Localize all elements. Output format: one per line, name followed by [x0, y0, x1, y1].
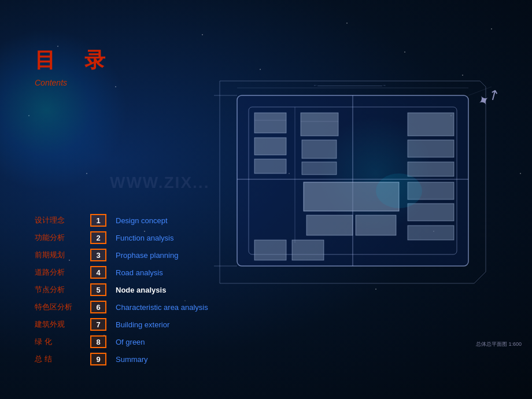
menu-english-7: Building exterior — [116, 320, 169, 329]
menu-row-8[interactable]: 绿 化8Of green — [35, 335, 208, 348]
svg-rect-20 — [254, 240, 286, 260]
svg-rect-12 — [306, 215, 353, 235]
svg-rect-15 — [408, 140, 454, 157]
page-title-chinese: 目 录 — [35, 46, 117, 75]
menu-row-2[interactable]: 功能分析2Function analysis — [35, 231, 208, 244]
menu-chinese-3: 前期规划 — [35, 250, 81, 260]
menu-number-2[interactable]: 2 — [90, 231, 106, 244]
menu-number-4[interactable]: 4 — [90, 266, 106, 279]
menu-english-6: Characteristic area analysis — [116, 303, 208, 312]
svg-rect-13 — [356, 215, 396, 235]
menu-row-1[interactable]: 设计理念1Design concept — [35, 214, 208, 227]
menu-chinese-9: 总 结 — [35, 354, 81, 364]
page-title-english: Contents — [35, 78, 117, 87]
menu-number-9[interactable]: 9 — [90, 353, 106, 365]
background: 目 录 Contents — [0, 0, 532, 399]
svg-text:←————————————————→: ←————————————————→ — [313, 83, 386, 87]
menu-number-8[interactable]: 8 — [90, 335, 106, 348]
menu-row-6[interactable]: 特色区分析6Characteristic area analysis — [35, 301, 208, 313]
menu-english-1: Design concept — [116, 216, 168, 225]
menu-chinese-4: 道路分析 — [35, 267, 81, 278]
menu-chinese-7: 建筑外观 — [35, 319, 81, 330]
menu-english-9: Summary — [116, 355, 148, 364]
svg-rect-14 — [408, 113, 454, 136]
architectural-plan: ←————————————————→ — [202, 75, 497, 289]
svg-point-22 — [376, 173, 422, 208]
title-area: 目 录 Contents — [35, 46, 117, 87]
svg-rect-21 — [292, 240, 324, 260]
menu-number-6[interactable]: 6 — [90, 301, 106, 313]
menu-row-3[interactable]: 前期规划3Prophase planning — [35, 249, 208, 261]
menu-english-3: Prophase planning — [116, 251, 178, 260]
menu-english-2: Function analysis — [116, 234, 173, 242]
menu-row-7[interactable]: 建筑外观7Building exterior — [35, 318, 208, 331]
menu-english-5: Node analysis — [116, 286, 166, 294]
menu-english-8: Of green — [116, 338, 145, 346]
menu-row-4[interactable]: 道路分析4Road analysis — [35, 266, 208, 279]
watermark: WWW.ZIX... — [110, 173, 209, 192]
menu-chinese-5: 节点分析 — [35, 285, 81, 295]
menu-english-4: Road analysis — [116, 268, 163, 277]
svg-rect-9 — [302, 140, 337, 158]
menu-number-7[interactable]: 7 — [90, 318, 106, 331]
menu-chinese-8: 绿 化 — [35, 337, 81, 347]
menu-row-9[interactable]: 总 结9Summary — [35, 353, 208, 365]
menu-number-1[interactable]: 1 — [90, 214, 106, 227]
menu-number-3[interactable]: 3 — [90, 249, 106, 261]
menu-chinese-2: 功能分析 — [35, 232, 81, 243]
svg-rect-18 — [408, 204, 454, 221]
menu-number-5[interactable]: 5 — [90, 283, 106, 296]
svg-rect-6 — [254, 138, 286, 155]
svg-rect-7 — [254, 159, 286, 173]
svg-rect-5 — [254, 113, 286, 133]
svg-rect-19 — [408, 226, 454, 240]
menu-row-5[interactable]: 节点分析5Node analysis — [35, 283, 208, 296]
plan-label: 总体总平面图 1:600 — [476, 341, 522, 348]
svg-rect-10 — [302, 162, 337, 175]
menu-chinese-6: 特色区分析 — [35, 302, 81, 312]
menu-area: 设计理念1Design concept功能分析2Function analysi… — [35, 214, 208, 370]
svg-rect-16 — [408, 162, 454, 176]
menu-chinese-1: 设计理念 — [35, 215, 81, 226]
plan-svg: ←————————————————→ — [202, 75, 497, 289]
svg-rect-8 — [301, 113, 338, 136]
